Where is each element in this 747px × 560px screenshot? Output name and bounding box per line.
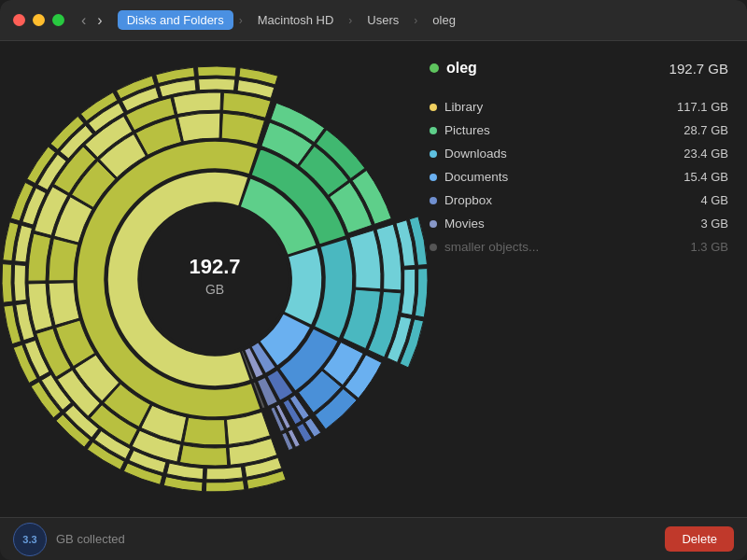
minimize-button[interactable] (33, 14, 45, 26)
segment-Library-extra-0-1[interactable] (206, 467, 243, 480)
legend-size-5: 3 GB (700, 217, 728, 231)
legend-name-0: Library (444, 100, 483, 114)
legend-dot-4 (430, 197, 437, 204)
chart-area[interactable]: 192.7 GB 192.7GB (9, 50, 420, 508)
segment-Library-block-2-0[interactable] (226, 412, 270, 444)
legend-size-6: 1.3 GB (691, 240, 728, 254)
breadcrumb: Disks and Folders › Macintosh HD › Users… (118, 10, 465, 30)
legend-dot-6 (430, 244, 437, 251)
sunburst-rings[interactable]: 192.7GB (2, 66, 428, 492)
segment-Library-block-3-12[interactable] (174, 92, 221, 115)
legend-items: Library 117.1 GB Pictures 28.7 GB Downlo… (430, 95, 728, 259)
breadcrumb-sep-3: › (414, 14, 417, 27)
segment-Library-block-3-7[interactable] (28, 233, 50, 281)
legend-area: oleg 192.7 GB Library 117.1 GB Pictures … (430, 50, 738, 508)
legend-title: oleg 192.7 GB (430, 60, 728, 80)
legend-item-library[interactable]: Library 117.1 GB (430, 95, 728, 119)
breadcrumb-macintosh-hd[interactable]: Macintosh HD (248, 10, 344, 30)
segment-Library-extra-1-9[interactable] (2, 264, 12, 303)
delete-button[interactable]: Delete (665, 526, 734, 552)
legend-size-1: 28.7 GB (684, 123, 728, 137)
breadcrumb-sep-2: › (348, 14, 352, 27)
legend-size-4: 4 GB (700, 193, 728, 207)
legend-size-3: 15.4 GB (684, 170, 728, 184)
legend-item-smallerobjects...[interactable]: smaller objects... 1.3 GB (430, 235, 728, 259)
breadcrumb-disks-and-folders[interactable]: Disks and Folders (118, 10, 233, 30)
segment-Library-extra-0-17[interactable] (199, 78, 235, 91)
legend-dot-1 (430, 127, 437, 134)
segment-Library-block-2-7[interactable] (49, 239, 78, 281)
segment-Downloads-block-2-0[interactable] (349, 231, 381, 289)
forward-arrow[interactable]: › (93, 12, 106, 29)
segment-Downloads-extra-1-1[interactable] (415, 269, 428, 317)
svg-text:GB: GB (205, 282, 224, 297)
segment-Library-block-2-13[interactable] (221, 113, 264, 145)
legend-title-dot (430, 63, 439, 73)
legend-dot-5 (430, 220, 437, 228)
nav-arrows: ‹ › (78, 12, 106, 29)
legend-name-3: Documents (444, 170, 508, 184)
segment-Library-extra-0-2[interactable] (166, 463, 203, 480)
legend-name-5: Movies (444, 217, 485, 231)
legend-item-downloads[interactable]: Downloads 23.4 GB (430, 142, 728, 165)
legend-name-6: smaller objects... (444, 240, 539, 254)
titlebar: ‹ › Disks and Folders › Macintosh HD › U… (0, 0, 747, 41)
segment-Library-block-3-1[interactable] (179, 445, 227, 466)
sunburst-chart[interactable]: 192.7 GB 192.7GB (19, 83, 411, 475)
breadcrumb-oleg[interactable]: oleg (423, 10, 465, 30)
svg-text:192.7: 192.7 (189, 255, 240, 278)
segment-Downloads-extra-0-1[interactable] (402, 269, 416, 315)
legend-title-size: 192.7 GB (669, 61, 728, 77)
collected-value: 3.3 (22, 534, 36, 545)
legend-item-documents[interactable]: Documents 15.4 GB (430, 165, 728, 189)
legend-user-name: oleg (446, 60, 477, 77)
legend-item-movies[interactable]: Movies 3 GB (430, 212, 728, 235)
main-content: 192.7 GB 192.7GB oleg 192.7 G (0, 41, 747, 517)
collected-badge: 3.3 (13, 523, 47, 556)
legend-dot-0 (430, 104, 437, 111)
segment-Library-block-2-1[interactable] (184, 417, 227, 445)
legend-item-pictures[interactable]: Pictures 28.7 GB (430, 119, 728, 142)
legend-dot-2 (430, 150, 437, 158)
breadcrumb-sep-1: › (239, 14, 243, 27)
collected-text: GB collected (56, 532, 655, 546)
breadcrumb-users[interactable]: Users (358, 10, 408, 30)
segment-Library-extra-1-1[interactable] (205, 481, 245, 492)
maximize-button[interactable] (52, 14, 64, 26)
bottom-bar: 3.3 GB collected Delete (0, 517, 747, 560)
segment-Library-extra-0-9[interactable] (14, 265, 26, 301)
traffic-lights (13, 14, 64, 26)
back-arrow[interactable]: ‹ (78, 12, 90, 29)
legend-name-2: Downloads (444, 147, 507, 161)
legend-name-4: Dropbox (444, 193, 492, 207)
legend-dot-3 (430, 174, 437, 181)
close-button[interactable] (13, 14, 25, 26)
segment-Library-extra-1-17[interactable] (197, 66, 236, 77)
segment-Library-block-2-12[interactable] (177, 113, 220, 142)
legend-item-dropbox[interactable]: Dropbox 4 GB (430, 189, 728, 212)
legend-name-1: Pictures (444, 123, 490, 137)
legend-size-2: 23.4 GB (684, 147, 728, 161)
segment-Library-block-2-6[interactable] (49, 283, 79, 326)
legend-title-name: oleg (430, 60, 477, 77)
legend-size-0: 117.1 GB (677, 100, 728, 114)
